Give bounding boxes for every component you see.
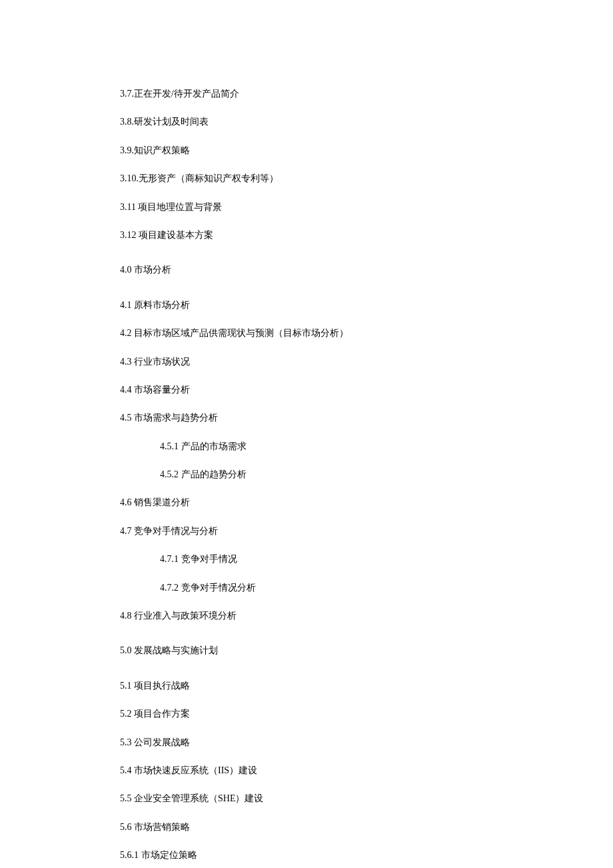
outline-item: 4.7 竞争对手情况与分析 bbox=[120, 524, 613, 539]
outline-item: 4.6 销售渠道分析 bbox=[120, 495, 613, 510]
outline-item: 4.5 市场需求与趋势分析 bbox=[120, 411, 613, 425]
outline-item: 4.1 原料市场分析 bbox=[120, 298, 613, 313]
outline-item: 3.10.无形资产（商标知识产权专利等） bbox=[120, 171, 613, 186]
outline-item: 5.3 公司发展战略 bbox=[120, 735, 613, 750]
outline-item: 5.5 企业安全管理系统（SHE）建设 bbox=[120, 791, 613, 806]
outline-subitem: 4.7.2 竞争对手情况分析 bbox=[160, 581, 613, 595]
outline-item: 3.9.知识产权策略 bbox=[120, 143, 613, 158]
outline-item: 5.6.1 市场定位策略 bbox=[120, 848, 613, 863]
outline-item: 5.6 市场营销策略 bbox=[120, 820, 613, 835]
outline-heading: 4.0 市场分析 bbox=[120, 263, 613, 277]
outline-item: 3.8.研发计划及时间表 bbox=[120, 115, 613, 129]
outline-item: 5.2 项目合作方案 bbox=[120, 707, 613, 721]
outline-item: 3.12 项目建设基本方案 bbox=[120, 228, 613, 243]
outline-subitem: 4.5.2 产品的趋势分析 bbox=[160, 467, 613, 482]
outline-heading: 5.0 发展战略与实施计划 bbox=[120, 643, 613, 658]
outline-content: 3.7.正在开发/待开发产品简介 3.8.研发计划及时间表 3.9.知识产权策略… bbox=[0, 87, 613, 868]
outline-item: 3.11 项目地理位置与背景 bbox=[120, 200, 613, 215]
outline-item: 4.3 行业市场状况 bbox=[120, 355, 613, 369]
outline-subitem: 4.5.1 产品的市场需求 bbox=[160, 439, 613, 454]
outline-item: 4.2 目标市场区域产品供需现状与预测（目标市场分析） bbox=[120, 326, 613, 341]
outline-item: 3.7.正在开发/待开发产品简介 bbox=[120, 87, 613, 101]
outline-item: 4.4 市场容量分析 bbox=[120, 383, 613, 397]
outline-item: 4.8 行业准入与政策环境分析 bbox=[120, 609, 613, 623]
outline-item: 5.1 项目执行战略 bbox=[120, 679, 613, 693]
outline-subitem: 4.7.1 竞争对手情况 bbox=[160, 552, 613, 567]
outline-item: 5.4 市场快速反应系统（IIS）建设 bbox=[120, 763, 613, 778]
